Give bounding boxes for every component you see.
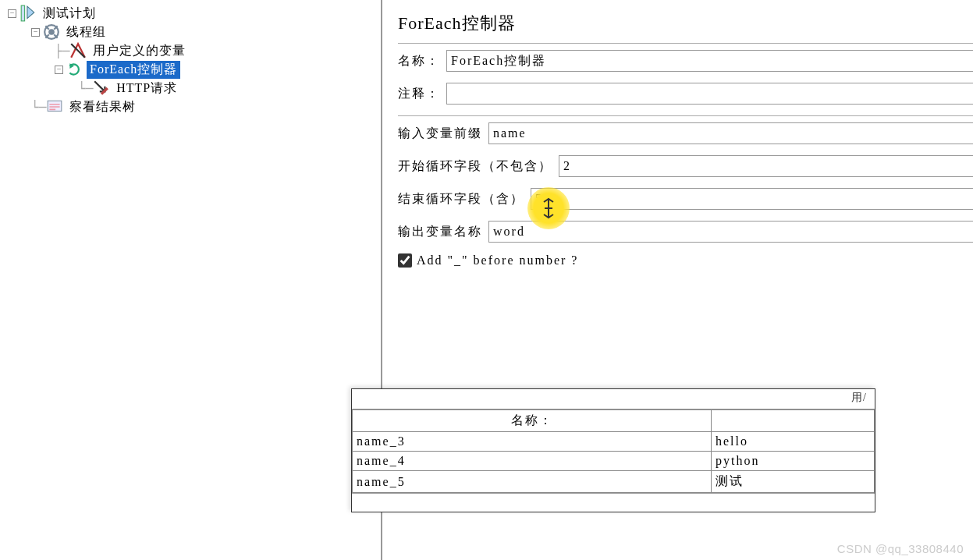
test-plan-icon	[20, 5, 37, 22]
name-field[interactable]	[446, 50, 973, 72]
user-variables-icon	[69, 42, 87, 59]
output-name-field[interactable]	[488, 221, 973, 243]
table-row[interactable]: name_5 测试	[353, 471, 875, 493]
tree-item-user-vars[interactable]: ├─ 用户定义的变量	[8, 41, 373, 60]
table-header-value	[712, 410, 875, 432]
overlay-header-text: 用/	[851, 392, 867, 403]
cell-name[interactable]: name_5	[353, 471, 712, 493]
tree-item-foreach[interactable]: − ForEach控制器	[8, 60, 373, 79]
tree-root[interactable]: − 测试计划	[8, 4, 373, 23]
table-row[interactable]: name_4 python	[353, 452, 875, 471]
start-index-label: 开始循环字段（不包含）	[398, 158, 559, 175]
name-label: 名称：	[398, 53, 446, 69]
cell-name[interactable]: name_3	[353, 432, 712, 452]
collapse-icon[interactable]: −	[31, 28, 40, 37]
end-index-field[interactable]	[531, 188, 973, 210]
start-index-field[interactable]	[559, 155, 973, 177]
tree-branch-icon: └─	[31, 100, 46, 115]
overlay-header: 用/	[352, 389, 875, 409]
tree-item-label: HTTP请求	[113, 80, 180, 97]
overlay-footer	[352, 493, 875, 512]
foreach-controller-icon	[66, 61, 83, 78]
svg-rect-0	[21, 5, 24, 21]
variables-table: 名称： name_3 hello name_4 python name_5 测试	[352, 409, 875, 493]
cell-name[interactable]: name_4	[353, 452, 712, 471]
cell-value[interactable]: 测试	[712, 471, 875, 493]
svg-point-2	[48, 29, 55, 35]
table-header-name: 名称：	[353, 410, 712, 432]
tree-item-label: 察看结果树	[66, 98, 139, 116]
collapse-icon[interactable]: −	[55, 66, 63, 74]
add-underscore-checkbox[interactable]	[398, 253, 412, 268]
http-request-icon	[93, 80, 110, 97]
table-row[interactable]: name_3 hello	[353, 432, 875, 452]
comment-field[interactable]	[446, 83, 973, 105]
results-tree-icon	[46, 98, 63, 115]
tree-item-http[interactable]: └─ HTTP请求	[8, 79, 373, 97]
comment-label: 注释：	[398, 86, 446, 102]
tree-item-listener[interactable]: └─ 察看结果树	[8, 97, 373, 116]
input-prefix-label: 输入变量前缀	[398, 126, 488, 142]
end-index-label: 结束循环字段（含）	[398, 191, 531, 207]
cell-value[interactable]: python	[712, 452, 875, 471]
tree-branch-icon: ├─	[55, 44, 69, 58]
panel-title: ForEach控制器	[398, 12, 973, 35]
tree-branch-icon: └─	[78, 81, 93, 96]
tree-thread-group[interactable]: − 线程组	[8, 23, 373, 41]
input-prefix-field[interactable]	[488, 122, 973, 144]
tree-root-label: 测试计划	[40, 5, 99, 23]
tree-item-label: ForEach控制器	[87, 61, 180, 79]
add-underscore-label: Add "_" before number ?	[417, 253, 578, 268]
tree-thread-group-label: 线程组	[63, 23, 109, 41]
cell-value[interactable]: hello	[712, 432, 875, 452]
tree-item-label: 用户定义的变量	[90, 42, 189, 60]
collapse-icon[interactable]: −	[8, 9, 16, 18]
variables-overlay: 用/ 名称： name_3 hello name_4 python name_5…	[351, 388, 875, 512]
watermark: CSDN @qq_33808440	[837, 542, 964, 555]
tree-panel: − 测试计划 − 线程组 ├─ 用户定义的变量 −	[0, 0, 382, 560]
thread-group-icon	[43, 23, 60, 41]
output-name-label: 输出变量名称	[398, 224, 488, 240]
